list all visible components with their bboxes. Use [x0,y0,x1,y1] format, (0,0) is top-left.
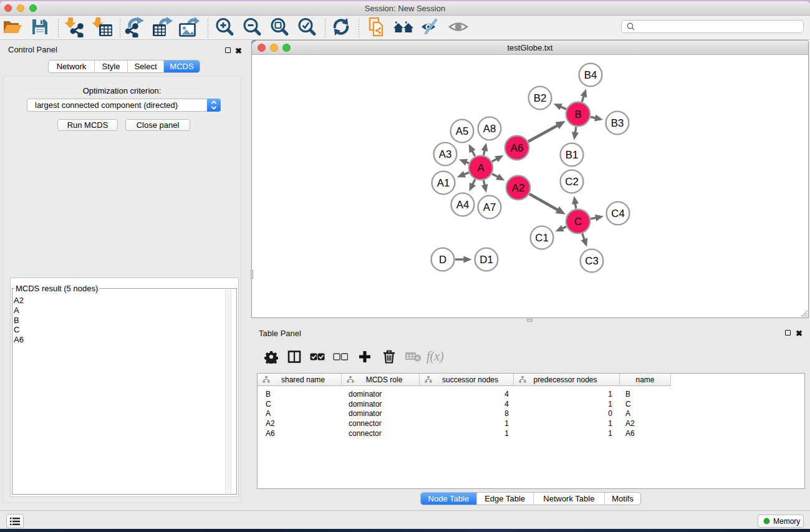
svg-text:A5: A5 [456,125,469,137]
svg-text:D1: D1 [480,254,493,266]
svg-text:A2: A2 [512,182,525,194]
svg-text:D: D [439,254,446,266]
svg-text:C: C [574,216,582,228]
svg-text:C1: C1 [535,232,548,244]
svg-text:A6: A6 [511,142,524,154]
svg-text:B1: B1 [566,149,579,161]
svg-text:A4: A4 [456,199,470,211]
svg-text:B2: B2 [534,92,547,104]
svg-text:B3: B3 [611,117,624,129]
svg-text:A8: A8 [483,123,496,135]
svg-text:C4: C4 [611,208,624,220]
svg-text:B4: B4 [584,69,597,81]
svg-text:A7: A7 [483,201,496,213]
svg-text:A: A [477,162,485,174]
svg-text:C3: C3 [585,255,598,267]
svg-text:C2: C2 [565,176,578,188]
svg-text:A1: A1 [437,177,450,189]
svg-text:B: B [574,109,581,120]
svg-text:A3: A3 [439,148,452,160]
